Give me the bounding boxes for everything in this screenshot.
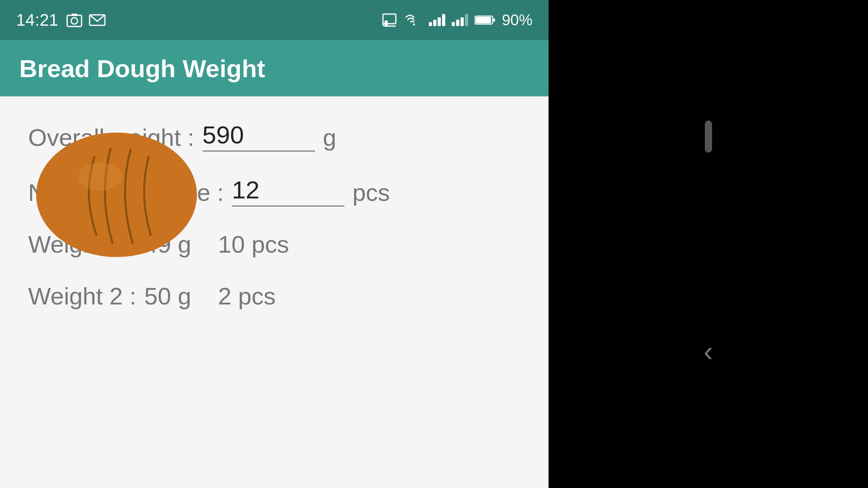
battery-icon bbox=[475, 14, 495, 26]
overall-weight-input[interactable] bbox=[203, 120, 315, 151]
status-left: 14:21 bbox=[16, 10, 106, 30]
weight2-value: 50 g 2 pcs bbox=[144, 282, 276, 310]
scroll-indicator bbox=[705, 120, 712, 153]
status-bar: 14:21 bbox=[0, 0, 549, 40]
status-time: 14:21 bbox=[16, 10, 58, 30]
signal-bars-1 bbox=[429, 14, 445, 26]
main-screen: 14:21 bbox=[0, 0, 549, 488]
svg-rect-0 bbox=[67, 15, 82, 27]
app-title: Bread Dough Weight bbox=[19, 54, 265, 83]
signal-bars-2 bbox=[452, 14, 468, 26]
svg-point-9 bbox=[36, 133, 197, 257]
svg-rect-8 bbox=[493, 18, 495, 22]
app-bar: Bread Dough Weight bbox=[0, 40, 549, 96]
status-icons-right: 90% bbox=[382, 12, 532, 29]
weight2-label: Weight 2 : bbox=[28, 282, 136, 310]
wifi-icon bbox=[405, 13, 422, 27]
weight2-row: Weight 2 : 50 g 2 pcs bbox=[28, 282, 520, 310]
status-icons-left bbox=[66, 13, 106, 27]
back-arrow-button[interactable]: ‹ bbox=[704, 335, 713, 368]
svg-point-1 bbox=[71, 18, 78, 24]
svg-rect-7 bbox=[476, 17, 491, 23]
svg-rect-5 bbox=[385, 20, 388, 26]
number-divide-input[interactable] bbox=[232, 176, 344, 206]
svg-point-10 bbox=[78, 163, 123, 191]
battery-percentage: 90% bbox=[502, 12, 532, 29]
screencast-icon bbox=[382, 13, 399, 27]
bread-illustration bbox=[30, 125, 203, 265]
photo-icon bbox=[66, 13, 82, 27]
svg-rect-2 bbox=[72, 14, 77, 16]
side-panel: ‹ bbox=[549, 0, 868, 488]
number-divide-unit: pcs bbox=[352, 179, 390, 206]
overall-weight-unit: g bbox=[323, 124, 336, 151]
mail-icon bbox=[89, 14, 106, 26]
